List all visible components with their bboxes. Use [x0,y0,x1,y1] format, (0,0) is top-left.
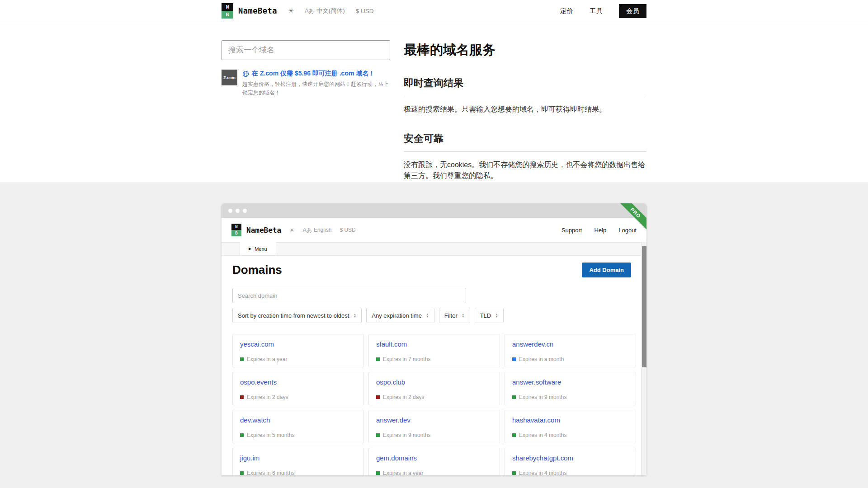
expiry-label: Expires in 2 days [247,394,288,400]
namebeta-logo-icon: N B [222,3,233,19]
domain-card: dev.watch Expires in 5 months [232,410,364,443]
filter-dropdown[interactable]: Filter ▲▼ [439,308,470,323]
hero-section: Z.com 在 Z.com 仅需 $5.96 即可注册 .com 域名！ 超实惠… [0,22,868,183]
domain-card: sfault.com Expires in 7 months [368,334,500,367]
updown-arrows-icon: ▲▼ [495,313,498,318]
language-label: 中文(简体) [316,7,345,15]
updown-arrows-icon: ▲▼ [353,313,356,318]
brand[interactable]: N B NameBeta [222,3,277,19]
expiry-label: Expires in 5 months [247,432,294,438]
domain-card-grid: yescai.com Expires in a year sfault.com … [232,334,636,475]
window-dot-icon [236,209,240,213]
domain-card: gem.domains Expires in a year [368,448,500,475]
domain-link[interactable]: ospo.club [376,378,405,386]
feature-heading-secure: 安全可靠 [404,132,646,152]
status-square [240,395,244,399]
domain-card: yescai.com Expires in a year [232,334,364,367]
status-square [240,471,244,475]
tld-dropdown[interactable]: TLD ▲▼ [475,308,504,323]
mockup-search-input[interactable] [232,288,466,303]
menu-label: Menu [255,246,267,252]
member-button[interactable]: 会员 [619,4,646,18]
expiry-label: Expires in 4 months [519,432,566,438]
zcom-logo: Z.com [222,70,237,85]
add-domain-button[interactable]: Add Domain [582,263,631,277]
caret-right-icon: ▶ [249,247,251,251]
currency-selector[interactable]: $ USD [356,8,374,14]
theme-toggle-icon[interactable]: ☀ [288,7,294,15]
mockup-brand[interactable]: N B NameBeta [231,224,281,236]
expiry-label: Expires in 4 months [519,470,566,475]
currency-selector[interactable]: $ USD [340,227,355,233]
language-label: English [314,227,331,233]
domain-link[interactable]: answer.dev [376,416,410,424]
updown-arrows-icon: ▲▼ [462,313,465,318]
nav-link-pricing[interactable]: 定价 [560,7,573,15]
feature-heading-instant: 即时查询结果 [404,76,646,96]
domain-link[interactable]: dev.watch [240,416,270,424]
status-square [376,433,380,437]
scrollbar-thumb[interactable] [642,246,646,367]
domain-card: answer.dev Expires in 9 months [368,410,500,443]
feature-text-secure: 没有跟踪，无cookies。我们不存储您的搜索历史，也不会将您的数据出售给第三方… [404,160,646,181]
mockup-navbar: N B NameBeta ☀ Aあ English $ USD Support … [222,218,646,242]
browser-chrome-bar [222,203,646,218]
language-selector[interactable]: Aあ English [303,226,332,234]
status-square [512,471,516,475]
support-link[interactable]: Support [561,227,582,234]
domain-link[interactable]: answer.software [512,378,561,386]
logo-letter-n: N [222,3,233,11]
mockup-scrollbar[interactable] [641,242,646,475]
domain-link[interactable]: hashavatar.com [512,416,560,424]
domain-link[interactable]: yescai.com [240,340,274,348]
currency-label: $ USD [340,227,355,233]
domain-link[interactable]: answerdev.cn [512,340,553,348]
menu-toggle[interactable]: ▶ Menu [240,242,276,255]
domain-card: answerdev.cn Expires in a month [505,334,636,367]
namebeta-logo-icon: N B [231,224,241,236]
currency-label: $ USD [356,8,374,14]
domain-card: answer.software Expires in 9 months [505,372,636,405]
domain-link[interactable]: jigu.im [240,454,259,462]
expiry-label: Expires in 9 months [519,394,566,400]
domain-card: hashavatar.com Expires in 4 months [505,410,636,443]
menu-bar: ▶ Menu [222,242,646,256]
language-selector[interactable]: Aあ 中文(简体) [305,7,344,15]
browser-mockup: PRO N B NameBeta ☀ Aあ English $ USD [222,203,646,475]
theme-toggle-icon[interactable]: ☀ [289,227,295,234]
domain-link[interactable]: ospo.events [240,378,277,386]
expiry-label: Expires in 9 months [383,432,430,438]
sort-dropdown[interactable]: Sort by creation time from newest to old… [232,308,362,323]
translate-icon: Aあ [305,7,314,15]
status-square [376,471,380,475]
help-link[interactable]: Help [594,227,606,234]
expiration-dropdown[interactable]: Any expiration time ▲▼ [366,308,434,323]
domain-link[interactable]: sfault.com [376,340,407,348]
window-dot-icon [228,209,232,213]
domains-title: Domains [232,263,282,277]
expiry-label: Expires in 7 months [383,356,430,362]
expiry-label: Expires in a year [247,356,287,362]
ad-title[interactable]: 在 Z.com 仅需 $5.96 即可注册 .com 域名！ [252,70,375,78]
domain-search-input[interactable] [222,40,390,60]
top-navbar: N B NameBeta ☀ Aあ 中文(简体) $ USD 定价 工具 会员 [0,0,868,22]
domain-card: ospo.club Expires in 2 days [368,372,500,405]
status-square [376,395,380,399]
zcom-ad[interactable]: Z.com 在 Z.com 仅需 $5.96 即可注册 .com 域名！ 超实惠… [222,70,390,97]
feature-text-instant: 极速的搜索结果。只需输入您想要的域名，即可获得即时结果。 [404,104,646,115]
domain-link[interactable]: gem.domains [376,454,417,462]
brand-name: NameBeta [246,226,281,235]
ad-description: 超实惠价格，轻松注册，快速开启您的网站！赶紧行动，马上锁定您的域名！ [242,80,390,97]
pro-ribbon: PRO [618,203,646,232]
globe-icon [242,70,249,77]
status-square [240,357,244,361]
domain-card: ospo.events Expires in 2 days [232,372,364,405]
status-square [512,433,516,437]
updown-arrows-icon: ▲▼ [426,313,429,318]
domain-link[interactable]: sharebychatgpt.com [512,454,573,462]
translate-icon: Aあ [303,226,312,234]
page-title: 最棒的域名服务 [404,41,646,59]
expiry-label: Expires in 2 days [383,394,424,400]
nav-link-tools[interactable]: 工具 [590,7,603,15]
domain-card: sharebychatgpt.com Expires in 4 months [505,448,636,475]
